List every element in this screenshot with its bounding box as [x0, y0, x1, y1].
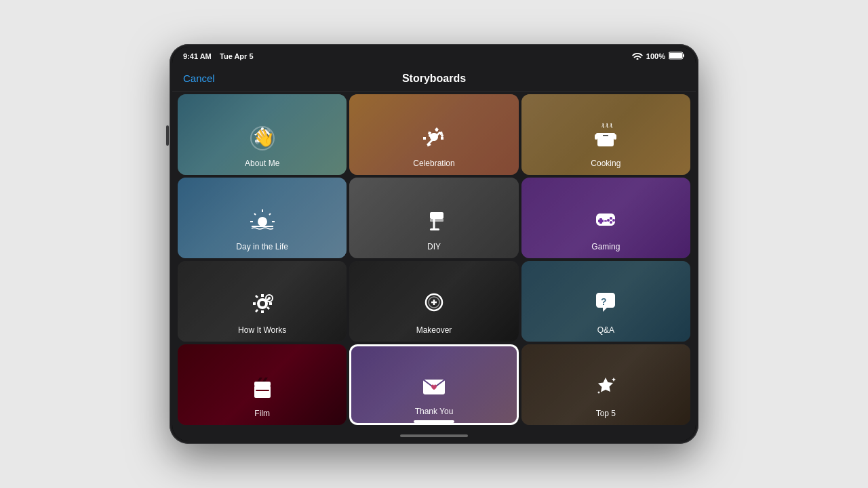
about-me-icon: 👋 — [248, 122, 277, 156]
grid-item-gaming[interactable]: Gaming — [521, 178, 690, 258]
svg-point-25 — [612, 219, 615, 222]
svg-text:👋: 👋 — [253, 127, 275, 148]
ipad-frame: 9:41 AM Tue Apr 5 100% — [170, 44, 698, 444]
svg-rect-19 — [430, 219, 443, 222]
status-indicators: 100% — [632, 52, 685, 61]
svg-rect-2 — [683, 54, 684, 57]
grid-item-about-me[interactable]: 👋 About Me — [178, 94, 347, 175]
svg-point-6 — [429, 134, 431, 137]
svg-line-13 — [269, 214, 271, 215]
battery-icon — [669, 52, 685, 61]
nav-bar: Cancel Storyboards — [172, 66, 696, 92]
svg-text:?: ? — [601, 296, 607, 307]
svg-point-24 — [610, 217, 612, 220]
ipad-screen: 9:41 AM Tue Apr 5 100% — [172, 47, 696, 441]
grid-item-thank-you[interactable]: Thank You — [349, 344, 518, 425]
svg-rect-21 — [430, 228, 439, 230]
gaming-icon — [591, 205, 620, 239]
thank-you-label: Thank You — [415, 407, 454, 416]
makeover-icon — [419, 289, 449, 323]
top5-icon — [591, 372, 620, 406]
svg-rect-36 — [256, 390, 269, 391]
cooking-icon — [591, 122, 620, 156]
qa-label: Q&A — [597, 325, 614, 335]
film-label: Film — [254, 409, 270, 418]
grid-item-celebration[interactable]: Celebration — [349, 94, 518, 175]
svg-rect-34 — [254, 386, 271, 398]
how-it-works-label: How It Works — [238, 325, 286, 335]
qa-icon: ? — [591, 289, 620, 323]
cancel-button[interactable]: Cancel — [183, 73, 215, 84]
about-me-label: About Me — [245, 159, 279, 168]
svg-point-11 — [258, 217, 267, 226]
grid-item-qa[interactable]: ? Q&A — [521, 261, 690, 342]
page-title: Storyboards — [402, 73, 466, 85]
side-button — [166, 125, 169, 146]
top5-label: Top 5 — [596, 409, 616, 418]
svg-line-15 — [254, 214, 256, 215]
svg-rect-23 — [598, 220, 604, 222]
grid-item-day-in-life[interactable]: Day in the Life — [178, 178, 347, 258]
thank-you-icon — [419, 370, 449, 404]
storyboard-grid: 👋 About Me — [172, 92, 696, 430]
svg-rect-28 — [604, 220, 607, 222]
svg-rect-10 — [614, 134, 616, 140]
svg-point-4 — [435, 129, 438, 131]
status-bar: 9:41 AM Tue Apr 5 100% — [172, 47, 696, 66]
how-it-works-icon — [248, 289, 277, 323]
svg-rect-18 — [430, 212, 443, 219]
svg-rect-35 — [254, 382, 271, 386]
svg-rect-1 — [669, 53, 682, 58]
grid-item-makeover[interactable]: Makeover — [349, 261, 518, 342]
diy-label: DIY — [427, 242, 441, 251]
svg-point-26 — [610, 221, 612, 224]
svg-point-30 — [268, 297, 271, 300]
makeover-label: Makeover — [416, 325, 452, 335]
grid-layout: 👋 About Me — [178, 94, 690, 425]
grid-item-film[interactable]: Film — [178, 344, 347, 425]
home-bar — [400, 434, 468, 437]
svg-rect-9 — [595, 134, 597, 140]
grid-item-top5[interactable]: Top 5 — [521, 344, 690, 425]
status-time-date: 9:41 AM Tue Apr 5 — [183, 52, 254, 60]
home-indicator — [172, 430, 696, 441]
celebration-icon — [419, 122, 449, 156]
wifi-icon — [632, 52, 643, 61]
grid-item-diy[interactable]: DIY — [349, 178, 518, 258]
day-in-life-label: Day in the Life — [236, 242, 288, 251]
grid-item-cooking[interactable]: Cooking — [521, 94, 690, 175]
gaming-label: Gaming — [591, 242, 620, 251]
status-date: Tue Apr 5 — [220, 52, 254, 60]
celebration-label: Celebration — [413, 159, 454, 168]
grid-item-how-it-works[interactable]: How It Works — [178, 261, 347, 342]
svg-point-5 — [441, 134, 443, 137]
day-in-life-icon — [248, 205, 277, 239]
film-icon — [248, 372, 277, 406]
battery-percent: 100% — [646, 52, 665, 60]
cooking-label: Cooking — [591, 159, 620, 168]
svg-point-27 — [607, 219, 610, 222]
status-time: 9:41 AM — [183, 52, 212, 60]
diy-icon — [419, 205, 449, 239]
selected-indicator — [414, 420, 454, 423]
